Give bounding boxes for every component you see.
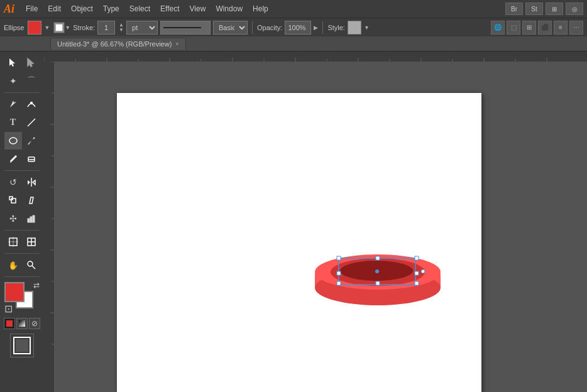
color-section: ⊡ ⇄ <box>4 282 40 313</box>
align-icon-4[interactable]: ≡ <box>554 21 568 35</box>
world-icon[interactable]: 🌐 <box>491 21 505 35</box>
canvas[interactable] <box>54 62 587 392</box>
stroke-unit-select[interactable]: ptpxmm <box>126 21 158 35</box>
svg-rect-66 <box>337 271 341 275</box>
svg-rect-63 <box>337 256 341 260</box>
svg-rect-64 <box>376 256 380 260</box>
toolbar-divider-1 <box>252 21 253 34</box>
opacity-arrow[interactable]: ▶ <box>314 24 318 31</box>
svg-rect-12 <box>11 199 16 203</box>
control-toolbar: Ellipse ▼ ▼ Stroke: ▲ ▼ ptpxmm Basic Opa… <box>0 18 587 36</box>
ruler-top <box>44 52 587 62</box>
menu-edit[interactable]: Edit <box>43 2 66 16</box>
svg-line-3 <box>28 119 35 126</box>
none-fill-icon[interactable]: ⊘ <box>29 318 40 329</box>
tool-row-warp: ✣ <box>4 210 40 227</box>
artboard <box>117 93 481 392</box>
stroke-style-preview[interactable] <box>160 21 211 35</box>
stroke-width-input[interactable] <box>97 21 115 35</box>
fg-color-box[interactable] <box>4 282 25 302</box>
menu-help[interactable]: Help <box>248 2 273 16</box>
reset-color-icon[interactable]: ⊡ <box>4 303 13 315</box>
menu-right-icons: Br St ⊞ ◎ <box>505 3 583 15</box>
tab-title: Untitled-3* @ 66.67% (RGB/Preview) <box>57 40 172 48</box>
stock-icon[interactable]: St <box>525 3 543 15</box>
style-label: Style: <box>327 24 345 31</box>
menu-type[interactable]: Type <box>98 2 124 16</box>
tool-shear[interactable] <box>23 192 40 209</box>
svg-rect-15 <box>28 219 30 222</box>
canvas-area[interactable] <box>44 52 587 392</box>
svg-rect-44 <box>44 62 54 392</box>
svg-line-25 <box>32 266 35 269</box>
tool-reflect[interactable] <box>23 173 40 191</box>
tool-graph[interactable] <box>23 210 40 227</box>
fill-color-box[interactable] <box>28 21 41 35</box>
tool-scale[interactable] <box>4 192 22 209</box>
tool-pencil[interactable] <box>4 150 22 168</box>
tool-puppet-warp[interactable]: ✣ <box>4 210 22 227</box>
menu-select[interactable]: Select <box>124 2 155 16</box>
more-icon[interactable]: ⋯ <box>569 21 583 35</box>
tool-ellipse[interactable] <box>4 132 22 150</box>
svg-point-72 <box>421 270 425 273</box>
color-fill-icon[interactable] <box>4 318 15 329</box>
svg-rect-26 <box>44 52 587 62</box>
svg-point-24 <box>28 261 33 266</box>
tool-row-artboard <box>4 233 40 251</box>
tool-divider-colors <box>4 276 40 277</box>
tool-row-rotate: ↺ <box>4 173 40 191</box>
tool-lasso[interactable]: ⌒ <box>23 72 40 90</box>
stroke-color-indicator[interactable] <box>53 22 65 33</box>
tool-row-scale <box>4 192 40 209</box>
menu-window[interactable]: Window <box>211 2 248 16</box>
bridge-icon[interactable]: Br <box>505 3 523 15</box>
svg-point-4 <box>9 138 17 144</box>
fill-dropdown-arrow[interactable]: ▼ <box>44 24 50 31</box>
tool-zoom[interactable] <box>23 256 40 274</box>
menu-file[interactable]: File <box>21 2 43 16</box>
shape-label: Ellipse <box>4 24 24 31</box>
opacity-input[interactable] <box>285 21 311 35</box>
main-area: ✦ ⌒ T <box>0 52 587 392</box>
swap-color-icon[interactable]: ⇄ <box>33 281 40 290</box>
align-icon-1[interactable]: ⬚ <box>507 21 520 35</box>
style-dropdown-arrow[interactable]: ▼ <box>364 24 370 31</box>
menu-bar: Ai File Edit Object Type Select Effect V… <box>0 0 587 18</box>
align-icon-2[interactable]: ⊞ <box>522 21 536 35</box>
tool-rotate[interactable]: ↺ <box>4 173 22 191</box>
menu-effect[interactable]: Effect <box>155 2 184 16</box>
svg-rect-67 <box>415 271 419 275</box>
workspace-icon[interactable]: ⊞ <box>546 3 563 15</box>
menu-object[interactable]: Object <box>66 2 98 16</box>
tool-type[interactable]: T <box>4 114 22 131</box>
svg-rect-16 <box>30 217 32 222</box>
menu-view[interactable]: View <box>185 2 211 16</box>
tool-pen[interactable] <box>4 95 22 113</box>
gradient-icon[interactable] <box>16 318 28 329</box>
tool-eraser[interactable] <box>23 150 40 168</box>
active-tab[interactable]: Untitled-3* @ 66.67% (RGB/Preview) × <box>50 38 186 50</box>
target-icon[interactable]: ◎ <box>566 3 583 15</box>
tool-row-type: T <box>4 114 40 131</box>
stroke-color-arrow[interactable]: ▼ <box>65 24 70 31</box>
view-modes-box[interactable] <box>10 334 34 357</box>
tool-row-magic: ✦ ⌒ <box>4 72 40 90</box>
style-preview-box[interactable] <box>348 21 361 35</box>
tool-divider-2 <box>4 170 40 171</box>
align-icon-3[interactable]: ⬛ <box>538 21 552 35</box>
tool-line[interactable] <box>23 114 40 131</box>
tool-divider-4 <box>4 253 40 254</box>
tool-magic-wand[interactable]: ✦ <box>4 72 22 90</box>
tab-close-button[interactable]: × <box>175 41 178 47</box>
tool-paintbrush[interactable] <box>23 132 40 150</box>
tool-selection[interactable] <box>4 54 22 72</box>
stroke-spinners[interactable]: ▲ ▼ <box>119 23 124 33</box>
tool-hand[interactable]: ✋ <box>4 256 22 274</box>
stroke-style-select[interactable]: Basic <box>213 21 248 35</box>
tool-direct-selection[interactable] <box>23 54 40 72</box>
tool-slice[interactable] <box>23 233 40 251</box>
tool-curvature[interactable] <box>23 95 40 113</box>
tool-artboard[interactable] <box>4 233 22 251</box>
tab-bar: Untitled-3* @ 66.67% (RGB/Preview) × <box>0 36 587 52</box>
